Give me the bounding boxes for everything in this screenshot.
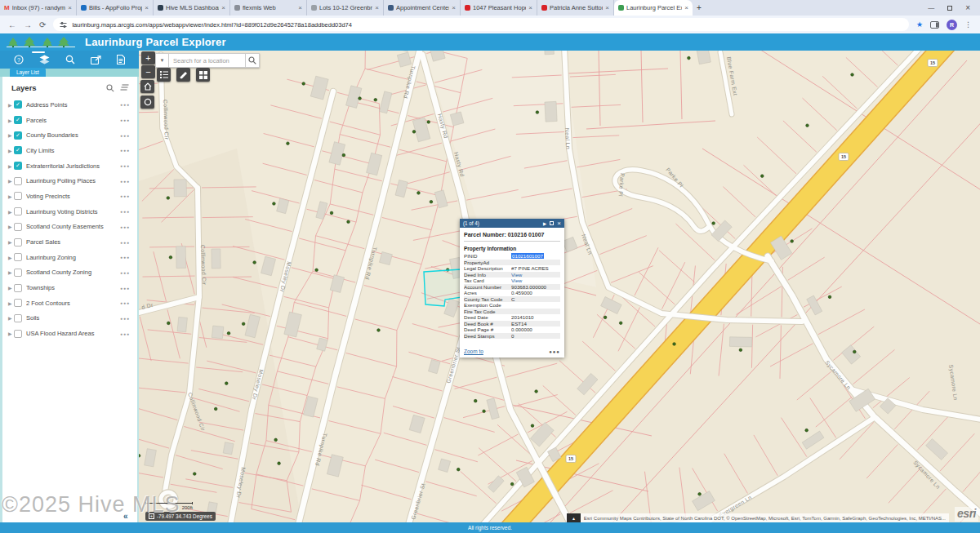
popup-titlebar[interactable]: (1 of 4) ▶ × (460, 219, 564, 228)
info-icon[interactable]: ? (14, 55, 24, 64)
browser-tab[interactable]: Laurinburg Parcel Explorer× (614, 0, 693, 16)
layer-options-icon[interactable]: ●●● (120, 193, 130, 198)
bookmark-star-icon[interactable]: ★ (916, 20, 923, 29)
close-icon[interactable]: × (965, 3, 970, 12)
sidebar-collapse-icon[interactable]: « (123, 512, 128, 521)
layer-checkbox[interactable] (14, 192, 22, 200)
layer-options-icon[interactable]: ●●● (120, 300, 130, 305)
url-bar[interactable]: laurinburg.maps.arcgis.com/apps/webappvi… (53, 18, 909, 31)
layer-checkbox[interactable] (14, 330, 22, 338)
layer-options-icon[interactable]: ●●● (120, 163, 130, 168)
layer-checkbox[interactable] (14, 299, 22, 307)
browser-tab[interactable]: Appointment Center - Staff - S× (384, 0, 461, 16)
browser-tab[interactable]: Bills - AppFolio Property Mana× (77, 0, 154, 16)
new-tab-button[interactable]: + (693, 0, 706, 16)
browser-tab[interactable]: flexmls Web× (230, 0, 307, 16)
layer-checkbox[interactable] (14, 253, 22, 261)
layer-expand-icon[interactable]: ▶ (8, 148, 14, 153)
layer-expand-icon[interactable]: ▶ (8, 163, 14, 169)
layer-options-icon[interactable]: ●●● (120, 255, 130, 260)
locate-button[interactable] (140, 95, 154, 109)
layer-options-icon[interactable]: ●●● (120, 179, 130, 184)
layer-expand-icon[interactable]: ▶ (8, 193, 14, 199)
layer-expand-icon[interactable]: ▶ (8, 224, 14, 229)
layer-expand-icon[interactable]: ▶ (8, 209, 14, 215)
layer-checkbox[interactable] (14, 238, 22, 247)
layers-icon[interactable] (39, 55, 50, 64)
zoom-in-button[interactable]: + (141, 51, 155, 64)
tab-close-icon[interactable]: × (452, 4, 456, 11)
layer-options-icon[interactable]: ●●● (120, 133, 130, 138)
browser-tab[interactable]: Lots 10-12 Greenbrier Street 1:× (307, 0, 384, 16)
layer-expand-icon[interactable]: ▶ (8, 132, 14, 138)
browser-tab[interactable]: Patricia Anne Sutton (3 Lots o× (537, 0, 614, 16)
popup-close-icon[interactable]: × (557, 220, 561, 227)
draw-button[interactable] (176, 68, 190, 82)
layer-checkbox[interactable]: ✓ (14, 131, 22, 140)
tab-close-icon[interactable]: × (298, 4, 302, 11)
layer-expand-icon[interactable]: ▶ (8, 300, 14, 306)
legend-button[interactable] (157, 68, 171, 82)
layer-expand-icon[interactable]: ▶ (8, 255, 14, 260)
search-submit-button[interactable] (245, 53, 260, 68)
popup-zoom-to-link[interactable]: Zoom to (464, 349, 483, 354)
layer-options-icon[interactable]: ●●● (120, 148, 130, 153)
site-settings-icon[interactable] (60, 21, 67, 29)
layer-checkbox[interactable] (14, 207, 22, 215)
layer-expand-icon[interactable]: ▶ (8, 178, 14, 184)
popup-next-icon[interactable]: ▶ (543, 221, 546, 226)
crosshair-icon[interactable]: + (149, 513, 154, 519)
layer-expand-icon[interactable]: ▶ (8, 239, 14, 245)
search-source-dropdown[interactable]: ▾ (155, 53, 169, 68)
layer-checkbox[interactable] (14, 269, 22, 277)
tab-close-icon[interactable]: × (375, 4, 379, 11)
reload-icon[interactable]: ⟳ (39, 20, 46, 29)
layer-checkbox[interactable] (14, 223, 22, 231)
side-panel-icon[interactable] (930, 21, 939, 29)
forward-icon[interactable]: → (24, 20, 32, 29)
browser-tab[interactable]: 1047 Pleasant Hope Rd, Fairmo× (461, 0, 537, 16)
field-link[interactable]: View (511, 278, 522, 283)
layer-expand-icon[interactable]: ▶ (8, 331, 14, 336)
layer-options-icon[interactable]: ●●● (120, 209, 130, 214)
zoom-out-button[interactable]: − (141, 65, 155, 78)
layer-options-icon[interactable]: ●●● (120, 118, 130, 122)
home-button[interactable] (140, 80, 154, 93)
back-icon[interactable]: ← (8, 20, 16, 29)
popup-more-icon[interactable]: ●●● (549, 349, 560, 354)
document-icon[interactable] (117, 55, 125, 64)
layer-options-icon[interactable]: ●●● (120, 224, 130, 229)
field-link[interactable]: View (511, 272, 522, 278)
layer-expand-icon[interactable]: ▶ (8, 269, 14, 275)
tab-close-icon[interactable]: × (528, 4, 532, 11)
search-input[interactable] (169, 53, 245, 68)
filter-sort-icon[interactable] (120, 84, 129, 91)
browser-tab[interactable]: MInbox (97) - randymccall@gm× (0, 0, 77, 16)
layer-expand-icon[interactable]: ▶ (8, 118, 14, 123)
tab-close-icon[interactable]: × (68, 4, 72, 11)
tab-close-icon[interactable]: × (605, 4, 609, 11)
layer-checkbox[interactable] (14, 177, 22, 185)
layer-checkbox[interactable]: ✓ (14, 146, 22, 154)
layer-options-icon[interactable]: ●●● (120, 316, 130, 321)
tab-layer-list[interactable]: Layer List (10, 68, 46, 77)
selected-parcel-outline[interactable] (424, 269, 462, 306)
layer-expand-icon[interactable]: ▶ (8, 102, 14, 108)
layer-options-icon[interactable]: ●●● (120, 270, 130, 275)
layer-checkbox[interactable]: ✓ (14, 116, 22, 124)
tab-close-icon[interactable]: × (684, 4, 688, 11)
maximize-icon[interactable] (947, 6, 952, 11)
search-icon[interactable] (65, 55, 75, 64)
layer-search-icon[interactable] (106, 84, 114, 92)
layer-checkbox[interactable]: ✓ (14, 162, 22, 170)
layer-options-icon[interactable]: ●●● (120, 331, 130, 336)
minimize-icon[interactable]: — (928, 4, 934, 11)
layer-checkbox[interactable]: ✓ (14, 100, 22, 109)
basemap-gallery-button[interactable] (196, 68, 210, 82)
layer-options-icon[interactable]: ●●● (120, 240, 130, 245)
layer-checkbox[interactable] (14, 314, 22, 322)
share-icon[interactable] (91, 56, 101, 64)
attribution-collapse-icon[interactable]: ▲ (567, 513, 581, 522)
layer-expand-icon[interactable]: ▶ (8, 315, 14, 321)
popup-maximize-icon[interactable] (550, 221, 554, 225)
